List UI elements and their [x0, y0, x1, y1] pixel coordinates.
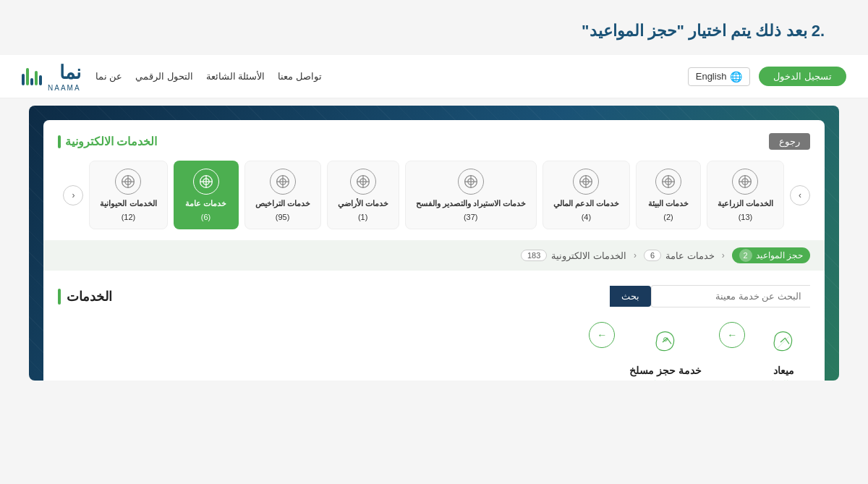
cat-name-financial: خدمات الدعم المالي	[553, 199, 619, 208]
mawid-icon	[764, 322, 804, 362]
environment-icon	[655, 169, 681, 195]
breadcrumb-arrow-1: ‹	[722, 250, 725, 260]
navbar: تسجيل الدخول 🌐 English تواصل معنا الأسئل…	[0, 55, 868, 98]
category-item-general[interactable]: خدمات عامة (6)	[174, 161, 239, 229]
cat-count-import: (37)	[464, 213, 478, 221]
general-icon	[193, 169, 219, 195]
cat-next-arrow[interactable]: ‹	[63, 185, 83, 205]
animal-icon	[115, 169, 141, 195]
nav-link-about[interactable]: عن نما	[95, 71, 123, 82]
service-card-slaughterhouse[interactable]: خدمة حجز مسلخ حجز المواعيد ←	[589, 322, 702, 381]
category-item-financial[interactable]: خدمات الدعم المالي (4)	[542, 161, 630, 229]
breadcrumb-count-general: 6	[644, 250, 661, 261]
breadcrumb-electronic[interactable]: الخدمات الالكترونية 183	[521, 250, 626, 261]
nav-link-digital[interactable]: التحول الرقمي	[135, 71, 193, 82]
breadcrumb-appointment: حجز المواعيد 2	[732, 247, 810, 263]
breadcrumb-count-electronic: 183	[521, 250, 547, 261]
services-header: بحث الخدمات	[58, 285, 810, 307]
maslakh-icon	[646, 322, 686, 362]
category-item-environment[interactable]: خدمات البيئة (2)	[636, 161, 701, 229]
nav-link-faq[interactable]: الأسئلة الشائعة	[206, 71, 265, 82]
services-title-text: الخدمات	[67, 289, 112, 305]
category-item-animal[interactable]: الخدمات الحيوانية (12)	[89, 161, 167, 229]
categories-row: › الخدمات الزراعية (13) خ	[58, 161, 810, 229]
cat-name-environment: خدمات البيئة	[648, 199, 689, 208]
cat-count-environment: (2)	[663, 213, 673, 221]
main-area: رجوع الخدمات الالكترونية › الخدمات الزرا…	[29, 106, 839, 381]
login-button[interactable]: تسجيل الدخول	[759, 67, 846, 86]
search-button[interactable]: بحث	[610, 286, 651, 307]
services-title-bar	[58, 289, 61, 305]
cat-name-import: خدمات الاستيراد والتصدير والفسح	[416, 199, 526, 208]
card-sub-maslakh: حجز المواعيد	[642, 379, 689, 381]
logo-text: نما	[48, 61, 81, 84]
cat-count-agriculture: (13)	[739, 213, 753, 221]
card-name-maslakh: خدمة حجز مسلخ	[629, 365, 702, 376]
card-mawid: ميعاد حجز المواعيد	[760, 322, 807, 381]
cat-name-general: خدمات عامة	[185, 199, 226, 208]
maslakh-arrow-btn[interactable]: ←	[589, 322, 615, 348]
breadcrumb-general-label: خدمات عامة	[665, 250, 715, 261]
agriculture-icon	[732, 169, 758, 195]
import-icon	[458, 169, 484, 195]
licenses-icon	[270, 169, 296, 195]
cat-count-animal: (12)	[122, 213, 136, 221]
title-bar-icon	[58, 135, 61, 148]
category-section-title: الخدمات الالكترونية	[58, 135, 157, 148]
cat-count-land: (1)	[358, 213, 367, 221]
breadcrumb-arrow-2: ‹	[634, 250, 637, 260]
service-card-appointment[interactable]: ميعاد حجز المواعيد ←	[716, 322, 810, 381]
breadcrumb-badge-appointment[interactable]: حجز المواعيد 2	[732, 247, 810, 263]
navbar-right: تواصل معنا الأسئلة الشائعة التحول الرقمي…	[22, 61, 322, 92]
back-button[interactable]: رجوع	[769, 133, 810, 150]
mawid-arrow-btn[interactable]: ←	[719, 322, 745, 348]
card-sub-mawid: حجز المواعيد	[760, 379, 807, 381]
cat-count-general: (6)	[201, 213, 210, 221]
cat-name-licenses: خدمات التراخيص	[255, 199, 310, 208]
card-maslakh: خدمة حجز مسلخ حجز المواعيد	[629, 322, 702, 381]
breadcrumb-bar: حجز المواعيد 2 ‹ خدمات عامة 6 ‹ الخدمات …	[43, 240, 825, 271]
breadcrumb-count-appointment: 2	[739, 249, 752, 262]
category-item-licenses[interactable]: خدمات التراخيص (95)	[244, 161, 321, 229]
cat-count-financial: (4)	[582, 213, 591, 221]
language-switcher[interactable]: 🌐 English	[688, 67, 751, 86]
language-label: English	[696, 71, 727, 82]
category-section: رجوع الخدمات الالكترونية › الخدمات الزرا…	[43, 120, 825, 240]
card-name-mawid: ميعاد	[773, 365, 794, 376]
category-item-land[interactable]: خدمات الأراضي (1)	[327, 161, 399, 229]
cat-name-land: خدمات الأراضي	[338, 199, 388, 208]
nav-link-contact[interactable]: تواصل معنا	[278, 71, 322, 82]
cat-prev-arrow[interactable]: ›	[790, 185, 810, 205]
breadcrumb-appointment-label: حجز المواعيد	[756, 250, 803, 260]
logo-en: NAAMA	[48, 84, 81, 92]
page-heading: .2 بعد ذلك يتم اختيار "حجز المواعيد"	[0, 14, 868, 55]
search-area: بحث	[610, 285, 810, 307]
breadcrumb-electronic-label: الخدمات الالكترونية	[551, 250, 626, 261]
main-overlay: رجوع الخدمات الالكترونية › الخدمات الزرا…	[29, 106, 839, 381]
globe-icon: 🌐	[730, 71, 742, 82]
service-cards: ميعاد حجز المواعيد ←	[58, 322, 810, 381]
cat-count-licenses: (95)	[276, 213, 290, 221]
category-header: رجوع الخدمات الالكترونية	[58, 133, 810, 150]
services-section: بحث الخدمات	[43, 271, 825, 381]
search-input[interactable]	[651, 285, 810, 307]
breadcrumb-general[interactable]: خدمات عامة 6	[644, 250, 715, 261]
cat-name-agriculture: الخدمات الزراعية	[718, 199, 773, 208]
land-icon	[350, 169, 376, 195]
financial-icon	[573, 169, 599, 195]
logo-icon	[22, 68, 42, 85]
nav-links: تواصل معنا الأسئلة الشائعة التحول الرقمي…	[95, 71, 323, 82]
logo: نما NAAMA	[22, 61, 81, 92]
category-item-agriculture[interactable]: الخدمات الزراعية (13)	[707, 161, 784, 229]
category-item-import[interactable]: خدمات الاستيراد والتصدير والفسح (37)	[405, 161, 537, 229]
navbar-left-actions: تسجيل الدخول 🌐 English	[688, 67, 846, 86]
cat-name-animal: الخدمات الحيوانية	[100, 199, 156, 208]
services-title: الخدمات	[58, 289, 112, 305]
